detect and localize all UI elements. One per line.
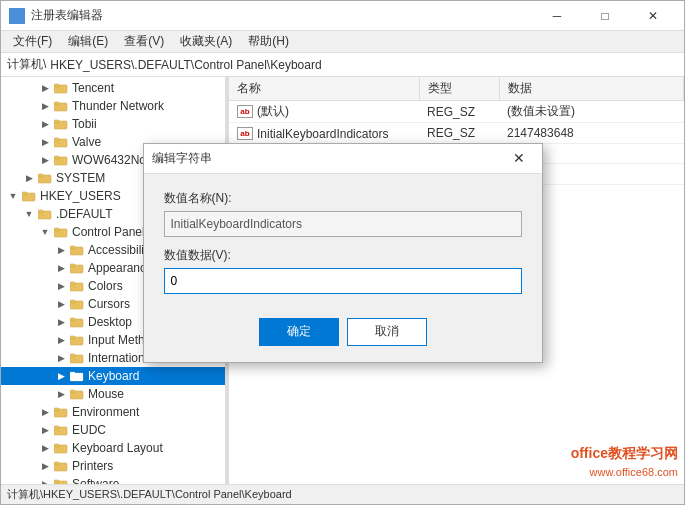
cancel-button[interactable]: 取消 [347, 318, 427, 346]
data-field-input[interactable] [164, 268, 522, 294]
dialog-footer: 确定 取消 [144, 310, 542, 362]
dialog-title-bar: 编辑字符串 ✕ [144, 144, 542, 174]
dialog-body: 数值名称(N): 数值数据(V): [144, 174, 542, 310]
dialog-title: 编辑字符串 [152, 150, 504, 167]
dialog-close-button[interactable]: ✕ [504, 143, 534, 173]
name-field-group: 数值名称(N): [164, 190, 522, 237]
ok-button[interactable]: 确定 [259, 318, 339, 346]
main-window: 注册表编辑器 ─ □ ✕ 文件(F) 编辑(E) 查看(V) 收藏夹(A) 帮助… [0, 0, 685, 505]
name-field-label: 数值名称(N): [164, 190, 522, 207]
data-field-group: 数值数据(V): [164, 247, 522, 294]
edit-string-dialog: 编辑字符串 ✕ 数值名称(N): 数值数据(V): 确定 取消 [143, 143, 543, 363]
data-field-label: 数值数据(V): [164, 247, 522, 264]
dialog-overlay: 编辑字符串 ✕ 数值名称(N): 数值数据(V): 确定 取消 [1, 1, 684, 504]
name-field-input[interactable] [164, 211, 522, 237]
